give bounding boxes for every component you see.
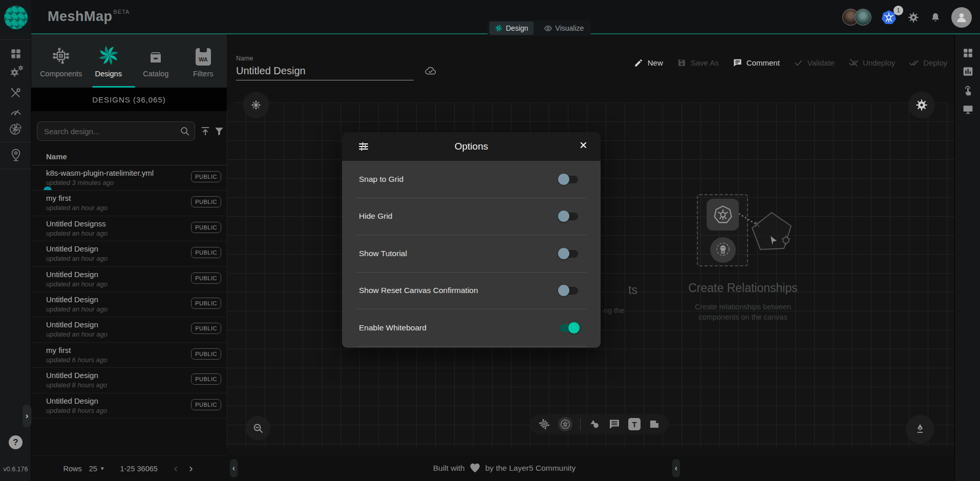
gear-icon (915, 98, 928, 112)
validate-button[interactable]: Validate (794, 58, 835, 68)
design-updated: updated an hour ago (46, 204, 108, 212)
prev-page-button[interactable]: ‹ (172, 464, 180, 474)
comment-button[interactable]: Comment (733, 58, 780, 68)
tutorial-k8s-node (707, 199, 739, 231)
shapes-icon[interactable] (588, 418, 601, 430)
header-actions: 1 (842, 0, 972, 34)
design-list-item[interactable]: my first updated an hour ago PUBLIC (31, 191, 227, 216)
component-chip-icon[interactable] (538, 418, 550, 430)
hidden-tutorial-heading-fragment: ts (628, 283, 637, 297)
design-list-item[interactable]: Untitled Design updated 8 hours ago PUBL… (31, 393, 227, 419)
close-icon[interactable]: × (577, 137, 590, 153)
design-name: k8s-wasm-plugin-ratelimiter.yml (46, 169, 154, 177)
help-button[interactable]: ? (9, 435, 23, 449)
toggle-knob (558, 174, 569, 185)
tab-catalog[interactable]: Catalog (132, 34, 180, 88)
tab-visualize[interactable]: Visualize (539, 22, 589, 35)
components-grid-button[interactable] (955, 47, 980, 59)
sidebar-item-performance[interactable] (0, 105, 31, 118)
app-version: v0.6.176 (0, 466, 31, 473)
sidebar-item-toolkit[interactable] (0, 87, 31, 99)
design-updated: updated an hour ago (46, 305, 108, 313)
image-tool-icon[interactable] (648, 418, 661, 430)
design-list-item[interactable]: Untitled Design updated 8 hours ago PUBL… (31, 368, 227, 393)
sidebar-item-lifecycle[interactable] (0, 66, 31, 78)
interaction-button[interactable] (955, 84, 980, 97)
tab-components[interactable]: Components (37, 34, 85, 88)
collapse-left-chevron[interactable]: ‹ (230, 459, 238, 477)
sidebar-item-meshmap[interactable] (0, 148, 31, 161)
comment-icon[interactable] (608, 418, 621, 430)
dashboard-icon (962, 47, 974, 59)
toolkit-icon (9, 87, 22, 99)
sidebar-item-mesh[interactable] (0, 122, 31, 136)
footer-credit: Built with by the Layer5 Community (433, 455, 576, 481)
dock-divider (580, 418, 581, 430)
bottom-bar: ‹ ‹ Built with by the Layer5 Community (227, 455, 954, 481)
design-list-item[interactable]: Untitled Design updated an hour ago PUBL… (31, 267, 227, 292)
text-tool-icon[interactable]: T (628, 418, 641, 430)
designs-count-header: DESIGNS (36,065) (31, 88, 227, 111)
search-input[interactable] (37, 121, 195, 141)
toggle-knob (568, 322, 580, 333)
kubernetes-context-icon[interactable]: 1 (881, 9, 897, 26)
design-list-item[interactable]: Untitled Design updated an hour ago PUBL… (31, 317, 227, 342)
sidebar-item-dashboard[interactable] (0, 47, 31, 60)
design-list-item[interactable]: my first updated 6 hours ago PUBLIC (31, 343, 227, 368)
option-label: Snap to Grid (356, 175, 403, 184)
tutorial-heading: Create Relationships (688, 281, 798, 295)
deploy-button[interactable]: Deploy (909, 57, 947, 68)
filter-funnel-icon[interactable] (214, 126, 225, 137)
design-list-item[interactable]: Untitled Design updated an hour ago PUBL… (31, 292, 227, 317)
user-avatar[interactable] (951, 7, 972, 28)
collaborator-avatar[interactable] (855, 9, 871, 26)
option-toggle[interactable] (558, 284, 580, 297)
next-page-button[interactable]: › (187, 464, 195, 474)
tab-design[interactable]: Design (489, 22, 534, 35)
freeze-layout-button[interactable] (243, 92, 269, 118)
panel-tabs: Components Designs (31, 34, 227, 88)
design-name-input[interactable] (236, 64, 414, 80)
zoom-out-button[interactable] (246, 416, 270, 441)
kubernetes-icon[interactable] (558, 417, 572, 431)
display-button[interactable] (955, 103, 980, 116)
save-as-button[interactable]: Save As (677, 58, 719, 68)
design-updated: updated an hour ago (46, 280, 108, 288)
design-list-item[interactable]: Untitled Designss updated an hour ago PU… (31, 216, 227, 241)
layer5-logo[interactable] (0, 0, 31, 34)
floppy-icon (677, 58, 687, 68)
notifications-bell-icon[interactable] (930, 12, 941, 23)
expand-drawer-chevron[interactable]: › (23, 405, 31, 427)
design-list-item[interactable]: Untitled Design updated an hour ago PUBL… (31, 241, 227, 266)
design-updated: updated an hour ago (46, 330, 108, 338)
option-toggle[interactable] (558, 210, 580, 222)
option-toggle[interactable] (558, 247, 580, 260)
design-name: Untitled Design (46, 244, 98, 253)
undeploy-button[interactable]: Undeploy (848, 57, 895, 68)
visibility-badge: PUBLIC (191, 171, 221, 182)
design-list-item[interactable]: k8s-wasm-plugin-ratelimiter.yml updated … (31, 165, 227, 191)
tab-filters[interactable]: WA Filters (180, 34, 227, 88)
tab-designs[interactable]: Designs (85, 34, 133, 88)
collapse-right-chevron[interactable]: ‹ (672, 459, 680, 477)
new-button[interactable]: New (634, 58, 663, 68)
design-name: Untitled Design (46, 396, 98, 405)
metrics-button[interactable] (955, 65, 980, 78)
collaborator-avatars[interactable] (842, 9, 871, 26)
options-modal-header: Options × (342, 132, 601, 161)
visibility-badge: PUBLIC (191, 247, 221, 258)
option-row: Show Tutorial (356, 235, 586, 273)
pencil-icon (634, 58, 644, 68)
designs-pinwheel-icon (98, 44, 119, 66)
option-toggle[interactable] (558, 173, 580, 185)
app-title: MeshMapBETA (48, 9, 130, 25)
settings-gear-icon[interactable] (907, 11, 920, 24)
canvas-settings-button[interactable] (908, 92, 935, 118)
search-icon (179, 126, 190, 137)
right-nav-rail (954, 34, 980, 481)
chart-icon (962, 65, 974, 78)
option-toggle[interactable] (558, 322, 580, 334)
import-design-icon[interactable] (200, 126, 211, 137)
rows-per-page-select[interactable]: 25 ▾ (89, 465, 104, 473)
whiteboard-pen-button[interactable] (906, 415, 934, 444)
